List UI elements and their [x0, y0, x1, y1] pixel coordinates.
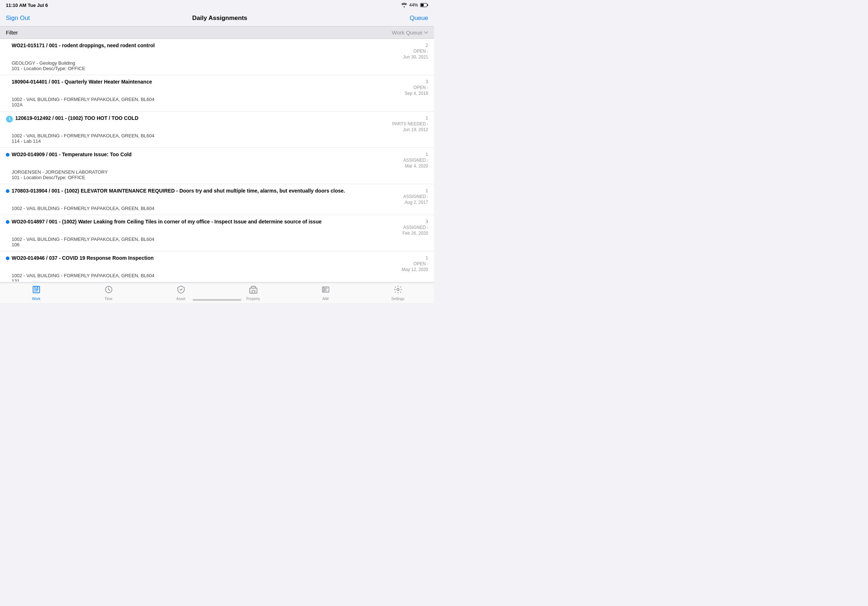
wo-count: 2 [426, 43, 428, 48]
wo-date: Jun 19, 2012 [403, 127, 428, 132]
wifi-icon [401, 3, 407, 7]
wo-date: May 12, 2020 [401, 267, 428, 272]
tab-time[interactable]: Time [72, 285, 145, 301]
tab-asset[interactable]: Asset [145, 285, 217, 301]
wo-date: Sep 4, 2018 [405, 91, 428, 96]
wo-title: 170803-013904 / 001 - (1002) ELEVATOR MA… [12, 188, 399, 194]
status-dot [6, 189, 9, 193]
wo-date: Aug 2, 2017 [405, 200, 428, 205]
work-order-item[interactable]: 120619-012492 / 001 - (1002) TOO HOT / T… [0, 111, 434, 148]
chevron-right-icon: › [426, 194, 428, 199]
wo-right: 1 OPEN › May 12, 2020 [401, 255, 428, 272]
wo-building: JORGENSEN - JORGENSEN LABORATORY [6, 169, 428, 175]
home-indicator [193, 299, 241, 301]
wo-location: 101 - Location Desc/Type: OFFICE [6, 175, 428, 180]
wo-title-area: 180904-014401 / 001 - Quarterly Water He… [6, 79, 400, 85]
wo-title: WO21-015171 / 001 - rodent droppings, ne… [12, 43, 399, 48]
wo-building: GEOLOGY - Geology Building [6, 60, 428, 66]
svg-rect-1 [428, 5, 428, 6]
wo-count: 1 [426, 188, 428, 193]
wo-right: 1 ASSIGNED › Mar 4, 2020 [403, 152, 428, 169]
wo-count: 1 [426, 115, 428, 121]
work-order-item[interactable]: 170803-013904 / 001 - (1002) ELEVATOR MA… [0, 184, 434, 215]
wo-title-area: WO20-014909 / 001 - Temperature Issue: T… [6, 152, 399, 157]
asset-icon [177, 285, 185, 296]
wo-header: 180904-014401 / 001 - Quarterly Water He… [6, 79, 428, 96]
wo-date: Feb 26, 2020 [402, 231, 428, 236]
status-time: 11:10 AM Tue Jul 6 [6, 3, 48, 8]
queue-button[interactable]: Queue [410, 14, 428, 22]
svg-rect-8 [322, 287, 324, 292]
wo-status: OPEN › [413, 261, 428, 267]
wo-location: 106 [6, 242, 428, 247]
work-icon [32, 285, 41, 296]
wo-location: 101 - Location Desc/Type: OFFICE [6, 66, 428, 71]
wo-count: 1 [426, 255, 428, 260]
work-order-item[interactable]: WO20-014909 / 001 - Temperature Issue: T… [0, 148, 434, 184]
chevron-right-icon: › [426, 224, 428, 230]
svg-point-9 [397, 289, 399, 291]
tab-work[interactable]: Work [0, 285, 72, 301]
wo-date: Mar 4, 2020 [405, 164, 428, 169]
status-dot [6, 220, 9, 224]
tab-property[interactable]: Property [217, 285, 289, 301]
wo-status: ASSIGNED › [403, 224, 428, 230]
tab-asset-label: Asset [176, 297, 185, 301]
wo-status: ASSIGNED › [403, 194, 428, 199]
wo-header: 120619-012492 / 001 - (1002) TOO HOT / T… [6, 115, 428, 132]
wo-right: 3 ASSIGNED › Feb 26, 2020 [402, 219, 428, 236]
chevron-right-icon: › [426, 157, 428, 163]
tab-settings-label: Settings [391, 297, 404, 301]
wo-title: WO20-014946 / 037 - COVID 19 Response Ro… [12, 255, 397, 261]
wo-building: 1002 - VAIL BUILDING - FORMERLY PAPAKOLE… [6, 97, 428, 102]
wo-right: 2 OPEN › Jun 30, 2021 [403, 43, 428, 60]
wo-title-area: WO20-014897 / 001 - (1002) Water Leaking… [6, 219, 398, 224]
aim-icon [321, 285, 330, 296]
time-icon [104, 285, 113, 296]
filter-bar: Filter Work Queue [0, 26, 434, 39]
tab-time-label: Time [105, 297, 113, 301]
wo-location: 131 [6, 278, 428, 281]
svg-rect-5 [250, 288, 257, 293]
wo-header: WO20-014909 / 001 - Temperature Issue: T… [6, 152, 428, 169]
tab-aim-label: AiM [322, 297, 329, 301]
wo-location: 102A [6, 102, 428, 108]
wo-header: 170803-013904 / 001 - (1002) ELEVATOR MA… [6, 188, 428, 205]
wo-date: Jun 30, 2021 [403, 54, 428, 60]
tab-aim[interactable]: AiM [289, 285, 362, 301]
wo-count: 1 [426, 152, 428, 157]
wo-header: WO20-014946 / 037 - COVID 19 Response Ro… [6, 255, 428, 272]
filter-queue[interactable]: Work Queue [392, 29, 428, 36]
work-order-item[interactable]: WO20-014897 / 001 - (1002) Water Leaking… [0, 215, 434, 251]
status-right: 44% [401, 3, 428, 8]
wo-status: ASSIGNED › [403, 157, 428, 163]
wo-right: 1 PARTS NEEDED › Jun 19, 2012 [392, 115, 428, 132]
wo-title: WO20-014909 / 001 - Temperature Issue: T… [12, 152, 399, 157]
wo-title-area: WO20-014946 / 037 - COVID 19 Response Ro… [6, 255, 397, 261]
wo-title-area: WO21-015171 / 001 - rodent droppings, ne… [6, 43, 399, 48]
wo-count: 3 [426, 79, 428, 84]
work-order-item[interactable]: WO21-015171 / 001 - rodent droppings, ne… [0, 39, 434, 75]
work-order-item[interactable]: WO20-014946 / 037 - COVID 19 Response Ro… [0, 251, 434, 281]
svg-rect-2 [421, 4, 424, 6]
wo-building: 1002 - VAIL BUILDING - FORMERLY PAPAKOLE… [6, 133, 428, 138]
wo-count: 3 [426, 219, 428, 224]
tab-settings[interactable]: Settings [362, 285, 434, 301]
status-bar: 11:10 AM Tue Jul 6 44% [0, 0, 434, 10]
sign-out-button[interactable]: Sign Out [6, 14, 30, 22]
work-orders-list: WO21-015171 / 001 - rodent droppings, ne… [0, 39, 434, 281]
clock-icon [6, 116, 13, 123]
wo-header: WO21-015171 / 001 - rodent droppings, ne… [6, 43, 428, 60]
battery-icon [420, 3, 428, 7]
page-title: Daily Assignments [192, 14, 247, 22]
wo-right: 3 OPEN › Sep 4, 2018 [405, 79, 428, 96]
wo-status: OPEN › [413, 85, 428, 90]
wo-building: 1002 - VAIL BUILDING - FORMERLY PAPAKOLE… [6, 206, 428, 211]
wo-building: 1002 - VAIL BUILDING - FORMERLY PAPAKOLE… [6, 273, 428, 278]
work-order-item[interactable]: 180904-014401 / 001 - Quarterly Water He… [0, 75, 434, 111]
wo-header: WO20-014897 / 001 - (1002) Water Leaking… [6, 219, 428, 236]
wo-title: 180904-014401 / 001 - Quarterly Water He… [12, 79, 400, 85]
svg-rect-6 [252, 290, 254, 293]
chevron-right-icon: › [426, 261, 428, 267]
chevron-down-icon [424, 31, 428, 34]
